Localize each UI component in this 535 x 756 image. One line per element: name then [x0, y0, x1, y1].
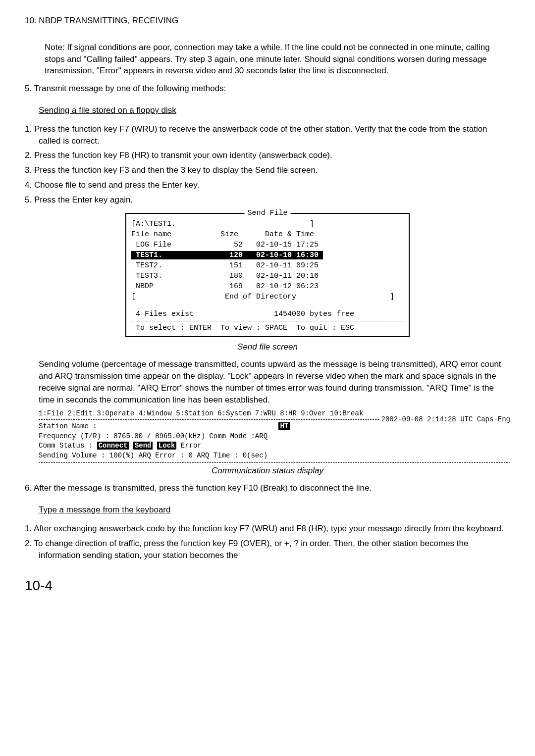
station-name-label: Station Name :	[39, 422, 97, 430]
send-file-title: Send File	[244, 208, 290, 218]
file-row-selected[interactable]: TEST1. 120 02-10-10 16:30	[131, 250, 404, 260]
sending-volume-line: Sending Volume : 100(%) ARQ Error : 0 AR…	[39, 451, 510, 461]
send-file-dialog: Send File [A:\TEST1. ] File name Size Da…	[125, 213, 410, 337]
stepA-1-text: 1. Press the function key F7 (WRU) to re…	[25, 124, 487, 146]
comm-status-line: Comm Status : Connect Send Lock Error	[39, 441, 510, 451]
top-step-5: 5. Transmit message by one of the follow…	[25, 83, 510, 95]
file-size: 180	[225, 272, 256, 280]
stepA-3: 3. Press the function key F3 and then th…	[25, 164, 510, 176]
file-row[interactable]: TEST3. 180 02-10-11 20:16	[131, 271, 404, 281]
step-6: 6. After the message is transmitted, pre…	[25, 482, 510, 494]
file-dt: 02-10-15 17:25	[256, 241, 323, 249]
file-name: NBDP	[131, 282, 225, 291]
comm-status-label: Comm Status :	[39, 442, 97, 450]
station-badge: HT	[278, 422, 290, 430]
send-file-path: [A:\TEST1. ]	[131, 219, 404, 229]
stepB-2: 2. To change direction of traffic, press…	[25, 538, 510, 561]
send-file-caption: Send file screen	[25, 341, 510, 353]
stepA-2: 2. Press the function key F8 (HR) to tra…	[25, 150, 510, 161]
file-row[interactable]: LOG File 52 02-10-15 17:25	[131, 240, 404, 250]
file-size-selected: 120	[225, 251, 256, 259]
files-exist: 4 Files exist 1454000 bytes free	[131, 309, 404, 319]
file-row[interactable]: NBDP 169 02-10-12 06:23	[131, 281, 404, 292]
file-dt: 02-10-11 20:16	[256, 272, 323, 280]
chapter-header: 10. NBDP TRANSMITTING, RECEIVING	[25, 15, 510, 27]
end-of-directory: [ End of Directory ]	[131, 292, 404, 302]
stepA-4: 4. Choose file to send and press the Ent…	[25, 179, 510, 191]
file-dt: 02-10-11 09:25	[256, 261, 323, 270]
stepA-5: 5. Press the Enter key again.	[25, 194, 510, 206]
frequency-line: Frequency (T/R) : 8765.00 / 8965.00(kHz)…	[39, 432, 510, 442]
comm-status-display: 1:File 2:Edit 3:Operate 4:Window 5:Stati…	[25, 409, 510, 463]
note-text: If signal conditions are poor, connectio…	[45, 43, 490, 76]
file-name: LOG File	[131, 241, 225, 249]
separator	[131, 321, 404, 321]
file-row[interactable]: TEST2. 151 02-10-11 09:25	[131, 260, 404, 271]
note-block: Note: If signal conditions are poor, con…	[25, 42, 510, 77]
file-name: TEST2.	[131, 261, 225, 270]
send-file-cols: File name Size Date & Time	[131, 229, 404, 240]
separator	[39, 462, 510, 463]
file-size: 52	[225, 241, 256, 249]
sending-paragraph: Sending volume (percentage of message tr…	[25, 358, 510, 405]
send-badge: Send	[133, 442, 153, 450]
file-size: 151	[225, 261, 256, 270]
file-name: TEST3.	[131, 272, 225, 280]
send-file-footer: To select : ENTER To view : SPACE To qui…	[131, 323, 404, 333]
file-size: 169	[225, 282, 256, 291]
stepA-1: 1. Press the function key F7 (WRU) to re…	[25, 123, 510, 147]
comm-status-caption: Communication status display	[25, 465, 510, 477]
section-heading-floppy: Sending a file stored on a floppy disk	[25, 104, 510, 116]
stepB-1: 1. After exchanging answerback code by t…	[25, 523, 510, 535]
comm-datetime: 2002-09-08 2:14:28 UTC Caps-Eng	[379, 415, 510, 425]
error-label: Error	[176, 442, 201, 450]
file-name-selected: TEST1.	[131, 251, 225, 259]
file-dt-selected: 02-10-10 16:30	[256, 251, 323, 259]
note-label: Note:	[45, 43, 65, 52]
page-number: 10-4	[25, 576, 510, 595]
lock-badge: Lock	[157, 442, 177, 450]
connect-badge: Connect	[97, 442, 129, 450]
section-heading-keyboard: Type a message from the keyboard	[25, 504, 510, 516]
file-dt: 02-10-12 06:23	[256, 282, 323, 291]
